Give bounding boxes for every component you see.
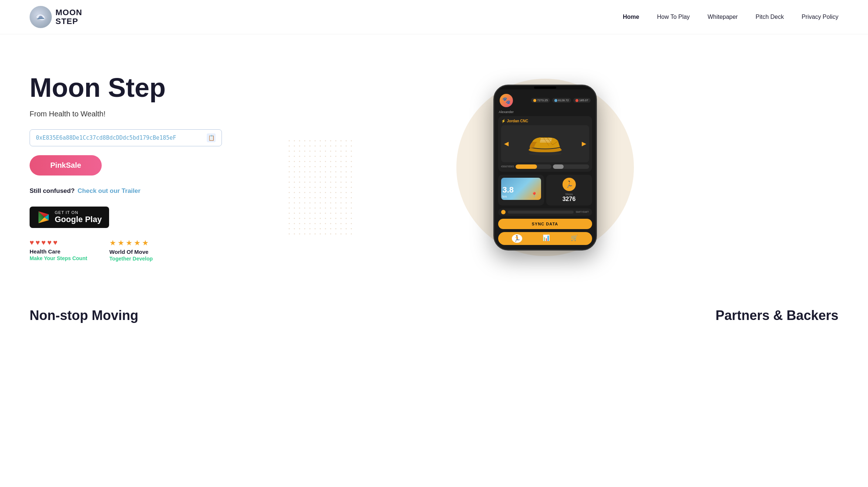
sneaker-image-area: ◀: [501, 125, 589, 162]
phone-bottom-nav: 🏃 📊 🛒: [498, 232, 592, 245]
nav-item-privacy-policy[interactable]: Privacy Policy: [801, 14, 838, 20]
logo[interactable]: MOON STEP: [30, 6, 82, 28]
sneaker-card: ⚡ Jordan CNC ◀: [498, 116, 592, 172]
bar-2: [553, 164, 589, 169]
stat-chip-2: 8128.72: [552, 98, 571, 103]
nav-chart-icon[interactable]: 📊: [543, 234, 550, 243]
nav-links: Home How To Play Whitepaper Pitch Deck P…: [623, 14, 838, 20]
sneaker-prev-arrow[interactable]: ◀: [504, 140, 509, 147]
svg-rect-6: [288, 140, 355, 236]
nav-item-how-to-play[interactable]: How To Play: [657, 14, 690, 20]
health-stars: ♥ ♥ ♥ ♥ ♥: [30, 238, 87, 247]
dotted-pattern: [288, 140, 355, 236]
nav-item-home[interactable]: Home: [623, 14, 639, 20]
phone-avatar: 🐾: [500, 94, 513, 107]
steps-icon: 🏃: [563, 178, 576, 191]
review-world: ★ ★ ★ ★ ★ World Of Move Together Develop: [109, 238, 153, 262]
smt-bar: [508, 211, 574, 214]
map-metric-card: 3.8 km 📍: [498, 175, 544, 205]
contract-box: 0xE835E6a88De1Cc37cd8BdcDDdc5bd179cBe185…: [30, 129, 222, 146]
stat-chip-3: 185.07: [573, 98, 590, 103]
nav-run-icon[interactable]: 🏃: [512, 234, 522, 243]
google-play-text: GET IT ON Google Play: [55, 210, 102, 224]
nav-item-whitepaper[interactable]: Whitepaper: [707, 14, 738, 20]
google-play-button[interactable]: GET IT ON Google Play: [30, 207, 109, 228]
sneaker-next-arrow[interactable]: ▶: [582, 140, 586, 147]
contract-address: 0xE835E6a88De1Cc37cd8BdcDDdc5bd179cBe185…: [36, 134, 207, 141]
hero-right: 🐾 7273.25 8128.72 185.07: [251, 85, 838, 251]
world-sub: Together Develop: [109, 256, 153, 262]
phone-screen: 🐾 7273.25 8128.72 185.07: [494, 89, 596, 249]
logo-text: MOON STEP: [55, 8, 82, 26]
steps-label: Steps: [565, 193, 573, 196]
world-stars: ★ ★ ★ ★ ★: [109, 238, 153, 247]
hero-subtitle: From Health to Wealth!: [30, 110, 251, 118]
navbar: MOON STEP Home How To Play Whitepaper Pi…: [0, 0, 868, 34]
partners-title: Partners & Backers: [716, 308, 838, 323]
non-stop-section: Non-stop Moving: [30, 308, 138, 323]
phone-mockup: 🐾 7273.25 8128.72 185.07: [493, 85, 597, 251]
copy-icon[interactable]: 📋: [207, 133, 216, 142]
nav-shop-icon[interactable]: 🛒: [571, 234, 578, 243]
smt-label: SMT/SMT: [576, 210, 589, 214]
trailer-link[interactable]: Check out our Trailer: [78, 187, 141, 195]
metrics-row: 3.8 km 📍 🏃 Steps 3276: [498, 175, 592, 205]
phone-username: Alexander: [498, 110, 592, 114]
steps-metric-card: 🏃 Steps 3276: [546, 175, 592, 205]
google-play-icon: [37, 211, 50, 224]
sneaker-bars: 456878565: [501, 164, 589, 169]
nav-item-pitch-deck[interactable]: Pitch Deck: [756, 14, 784, 20]
phone-stats: 7273.25 8128.72 185.07: [531, 98, 590, 103]
reviews: ♥ ♥ ♥ ♥ ♥ Health Care Make Your Steps Co…: [30, 238, 251, 262]
steps-value: 3276: [563, 196, 576, 202]
logo-icon: [30, 6, 52, 28]
map-thumbnail: 3.8 km 📍: [501, 178, 541, 200]
hero-left: Moon Step From Health to Wealth! 0xE835E…: [30, 73, 251, 262]
pinksale-button[interactable]: PinkSale: [30, 155, 102, 176]
health-title: Health Care: [30, 248, 87, 255]
sneaker-card-title: ⚡ Jordan CNC: [501, 119, 589, 123]
sync-button[interactable]: SYNC DATA: [498, 219, 592, 229]
hero-title: Moon Step: [30, 73, 251, 102]
world-title: World Of Move: [109, 249, 153, 255]
bottom-sections: Non-stop Moving Partners & Backers: [0, 293, 868, 338]
smt-row: SMT/SMT: [498, 208, 592, 216]
health-sub: Make Your Steps Count: [30, 255, 87, 261]
confused-text: Still confused?: [30, 187, 75, 195]
phone-status-bar: 🐾 7273.25 8128.72 185.07: [498, 94, 592, 107]
review-health: ♥ ♥ ♥ ♥ ♥ Health Care Make Your Steps Co…: [30, 238, 87, 262]
svg-point-7: [528, 152, 562, 156]
stat-chip-1: 7273.25: [531, 98, 550, 103]
hero-section: Moon Step From Health to Wealth! 0xE835E…: [0, 34, 868, 293]
smt-dot: [501, 210, 506, 214]
non-stop-title: Non-stop Moving: [30, 308, 138, 323]
bar-1: [516, 164, 551, 169]
sneaker-image: [523, 131, 567, 157]
confused-row: Still confused? Check out our Trailer: [30, 187, 251, 195]
partners-section: Partners & Backers: [716, 308, 838, 323]
